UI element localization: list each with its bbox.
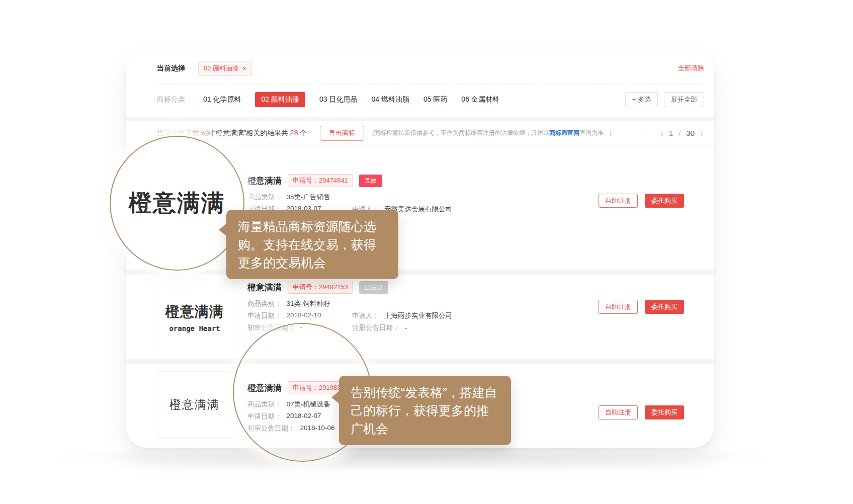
self-register-button[interactable]: 自助注册 bbox=[599, 194, 638, 208]
status-badge: 已注册 bbox=[359, 281, 388, 294]
trademark-office-link[interactable]: 商标局官网 bbox=[549, 129, 579, 136]
selected-filter-tag[interactable]: 02 颜料油漆 × bbox=[198, 61, 252, 76]
page-separator: / bbox=[678, 129, 680, 137]
applicant-value: 上海雨步实业有限公司 bbox=[384, 311, 452, 320]
disclaimer-text: (商标检索结果仅供参考，不作为商标能否注册的法律依据；具体以商标局官网查询为准。… bbox=[372, 129, 647, 137]
magnifier-circle-top: 橙意满满 bbox=[110, 136, 244, 271]
disclaimer-prefix: (商标检索结果仅供参考，不作为商标能否注册的法律依据；具体以 bbox=[372, 129, 549, 136]
thumbnail-mark-text: 橙意满满 bbox=[169, 397, 220, 412]
self-register-button[interactable]: 自助注册 bbox=[599, 405, 638, 419]
row-actions: 自助注册 委托购买 bbox=[599, 300, 684, 359]
remove-tag-icon[interactable]: × bbox=[242, 65, 246, 72]
prev-page-icon[interactable]: ‹ bbox=[660, 129, 663, 138]
apply-date-value: 2018-02-10 bbox=[287, 311, 321, 320]
application-number-badge: 申请号：29482153 bbox=[288, 281, 353, 294]
trademark-thumbnail[interactable]: 橙意满满 orange Heart bbox=[157, 280, 232, 355]
multi-select-button[interactable]: + 多选 bbox=[625, 92, 658, 107]
disclaimer-suffix: 查询为准。) bbox=[579, 129, 612, 136]
thumbnail-mark-subtext: orange Heart bbox=[169, 324, 220, 332]
category-item-05[interactable]: 05 医药 bbox=[423, 95, 447, 104]
clear-all-button[interactable]: 全部清除 bbox=[678, 64, 704, 73]
row-gap bbox=[126, 359, 714, 364]
application-number-badge: 申请号：29474941 bbox=[288, 174, 353, 187]
category-row: 商标分类 01 化学原料 02 颜料油漆 03 日化用品 04 燃料油脂 05 … bbox=[126, 84, 714, 115]
tooltip-arrow-icon bbox=[331, 391, 339, 404]
category-item-06[interactable]: 06 金属材料 bbox=[461, 95, 499, 104]
magnified-trademark-text: 橙意满满 bbox=[129, 188, 225, 219]
category-list: 01 化学原料 02 颜料油漆 03 日化用品 04 燃料油脂 05 医药 06… bbox=[203, 92, 499, 107]
row-actions: 自助注册 委托购买 bbox=[599, 405, 684, 448]
tooltip-text: 告别传统“发表格”，搭建自己的标行，获得更多的推广机会 bbox=[351, 385, 497, 436]
next-page-icon[interactable]: › bbox=[700, 129, 703, 138]
row-actions: 自助注册 委托购买 bbox=[599, 194, 684, 270]
trademark-name[interactable]: 橙意满满 bbox=[247, 175, 282, 187]
filter-panel: 当前选择 02 颜料油漆 × 全部清除 商标分类 01 化学原料 02 颜料油漆… bbox=[126, 49, 714, 117]
applicant-label: 申请人： bbox=[352, 311, 379, 320]
entrust-purchase-button[interactable]: 委托购买 bbox=[645, 300, 684, 314]
tooltip-promotion: 告别传统“发表格”，搭建自己的标行，获得更多的推广机会 bbox=[339, 376, 511, 445]
category-value: 31类-饲料种籽 bbox=[287, 299, 330, 308]
category-item-03[interactable]: 03 日化用品 bbox=[319, 95, 357, 104]
tooltip-text: 海量精品商标资源随心选购。支持在线交易，获得更多的交易机会 bbox=[238, 219, 376, 270]
reg-notice-value: - bbox=[405, 324, 407, 332]
total-pages: 30 bbox=[686, 129, 695, 137]
entrust-purchase-button[interactable]: 委托购买 bbox=[645, 194, 684, 208]
entrust-purchase-button[interactable]: 委托购买 bbox=[645, 405, 684, 419]
category-label: 商品类别： bbox=[247, 193, 282, 202]
reg-notice-label: 注册公告日期： bbox=[352, 323, 400, 332]
category-item-04[interactable]: 04 燃料油脂 bbox=[371, 95, 409, 104]
trademark-row: 橙意满满 orange Heart 橙意满满 申请号：29482153 已注册 … bbox=[126, 275, 714, 359]
filter-actions: + 多选 展开全部 bbox=[625, 92, 704, 107]
category-row-label: 商标分类 bbox=[157, 95, 185, 104]
trademark-name[interactable]: 橙意满满 bbox=[247, 282, 282, 293]
results-header: 当前分类下检索到“橙意满满”相关的结果共28个 导出商标 (商标检索结果仅供参考… bbox=[126, 121, 714, 146]
trademark-thumbnail[interactable]: 橙意满满 bbox=[157, 371, 232, 438]
result-count: 28 bbox=[290, 128, 298, 137]
pagination: ‹ 1 / 30 › bbox=[647, 124, 703, 142]
status-badge: 无效 bbox=[359, 175, 382, 187]
category-value: 35类-广告销售 bbox=[287, 193, 330, 202]
category-item-01[interactable]: 01 化学原料 bbox=[203, 95, 241, 104]
export-trademarks-button[interactable]: 导出商标 bbox=[320, 126, 364, 141]
row-gap bbox=[126, 270, 714, 275]
tooltip-arrow-icon bbox=[219, 223, 227, 236]
current-page: 1 bbox=[669, 129, 673, 137]
summary-suffix: 个 bbox=[300, 129, 307, 137]
thumbnail-mark-text: 橙意满满 bbox=[165, 302, 224, 321]
reg-notice-value: - bbox=[405, 218, 407, 225]
current-selection-row: 当前选择 02 颜料油漆 × 全部清除 bbox=[126, 49, 714, 83]
apply-date-label: 申请日期： bbox=[247, 311, 282, 320]
self-register-button[interactable]: 自助注册 bbox=[599, 300, 638, 314]
selected-filter-tag-label: 02 颜料油漆 bbox=[204, 64, 239, 73]
expand-all-button[interactable]: 展开全部 bbox=[664, 92, 704, 107]
category-item-02-selected[interactable]: 02 颜料油漆 bbox=[255, 92, 305, 107]
current-selection-label: 当前选择 bbox=[157, 64, 185, 73]
window-base-shadow bbox=[50, 444, 775, 472]
category-label: 商品类别： bbox=[247, 299, 282, 308]
tooltip-trade-resources: 海量精品商标资源随心选购。支持在线交易，获得更多的交易机会 bbox=[226, 210, 398, 279]
